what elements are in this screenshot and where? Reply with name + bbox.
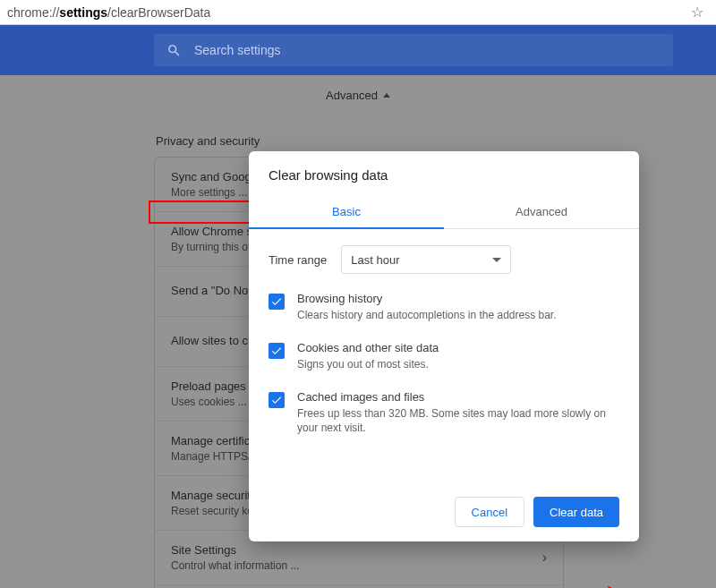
dialog-title: Clear browsing data — [249, 151, 639, 195]
clear-data-dialog: Clear browsing data Basic Advanced Time … — [249, 151, 639, 541]
annotation-arrow — [604, 584, 636, 588]
header-bar: Search settings — [0, 25, 716, 75]
option-cache[interactable]: Cached images and filesFrees up less tha… — [268, 390, 619, 437]
search-icon — [166, 43, 182, 58]
time-range-label: Time range — [268, 253, 327, 267]
option-cookies[interactable]: Cookies and other site dataSigns you out… — [268, 341, 619, 372]
bookmark-star-icon[interactable]: ☆ — [686, 4, 709, 21]
time-range-select[interactable]: Last hour — [341, 245, 511, 274]
option-browsing-history[interactable]: Browsing historyClears history and autoc… — [268, 292, 619, 323]
dialog-tabs: Basic Advanced — [249, 195, 639, 229]
cancel-button[interactable]: Cancel — [455, 497, 524, 527]
checkbox-checked[interactable] — [268, 392, 285, 408]
tab-advanced[interactable]: Advanced — [444, 195, 639, 228]
caret-down-icon — [492, 258, 501, 262]
url-bar: chrome://settings/clearBrowserData ☆ — [0, 0, 716, 25]
tab-basic[interactable]: Basic — [249, 195, 444, 228]
checkbox-checked[interactable] — [268, 294, 285, 310]
search-settings-input[interactable]: Search settings — [154, 34, 673, 66]
url-text[interactable]: chrome://settings/clearBrowserData — [7, 5, 686, 20]
checkbox-checked[interactable] — [268, 343, 285, 359]
clear-data-button[interactable]: Clear data — [533, 497, 619, 527]
search-placeholder: Search settings — [194, 43, 281, 57]
